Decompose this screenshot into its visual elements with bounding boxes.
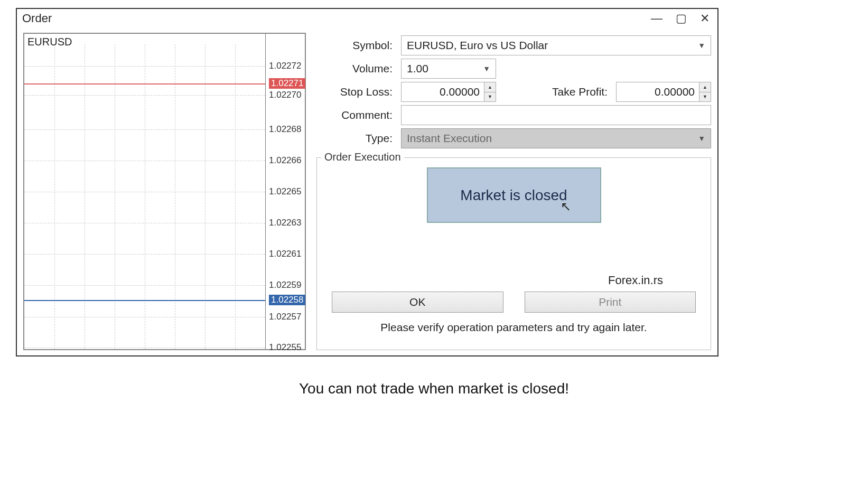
price-axis: 1.022721.022711.022701.022681.022661.022… — [266, 34, 305, 349]
print-label: Print — [599, 296, 621, 308]
type-value: Instant Execution — [407, 132, 492, 145]
axis-tick: 1.02268 — [269, 124, 301, 135]
chevron-down-icon: ▼ — [483, 64, 490, 73]
symbol-label: Symbol: — [316, 39, 396, 52]
axis-tick: 1.02257 — [269, 312, 301, 322]
order-form: Symbol: EURUSD, Euro vs US Dollar ▼ Volu… — [316, 33, 711, 350]
symbol-select[interactable]: EURUSD, Euro vs US Dollar ▼ — [401, 35, 711, 55]
axis-tick: 1.02259 — [269, 280, 301, 290]
titlebar-controls: — ▢ ✕ — [651, 12, 712, 25]
take-profit-spinner[interactable]: 0.00000 ▲ ▼ — [616, 82, 711, 102]
stop-loss-label: Stop Loss: — [316, 86, 396, 98]
axis-tick: 1.02261 — [269, 249, 301, 259]
axis-tick: 1.02272 — [269, 61, 301, 71]
axis-tick: 1.02255 — [269, 342, 301, 353]
take-profit-label: Take Profit: — [552, 86, 608, 98]
chart-pair-label: EURUSD — [27, 36, 72, 48]
volume-label: Volume: — [316, 62, 396, 75]
type-select: Instant Execution ▼ — [401, 128, 711, 148]
chevron-down-icon: ▼ — [698, 41, 705, 50]
ok-label: OK — [409, 296, 425, 308]
stop-loss-spinner[interactable]: 0.00000 ▲ ▼ — [401, 82, 496, 102]
chart-area: EURUSD — [24, 34, 266, 349]
spinner-arrows[interactable]: ▲ ▼ — [484, 82, 496, 101]
type-label: Type: — [316, 132, 396, 145]
volume-select[interactable]: 1.00 ▼ — [401, 59, 496, 79]
arrow-up-icon[interactable]: ▲ — [699, 82, 711, 92]
axis-tick: 1.02258 — [269, 295, 305, 305]
market-status-text: Market is closed — [460, 187, 567, 204]
window-body: EURUSD 1.022721.022711.022701.022681.022… — [17, 27, 717, 355]
axis-tick: 1.02266 — [269, 155, 301, 166]
ask-line — [24, 83, 265, 85]
comment-input[interactable] — [401, 105, 711, 125]
hint-text: Please verify operation parameters and t… — [332, 321, 696, 334]
caption: You can not trade when market is closed! — [0, 380, 868, 397]
axis-tick: 1.02263 — [269, 218, 301, 228]
chart-grid — [24, 34, 265, 349]
axis-tick: 1.02270 — [269, 90, 301, 100]
spinner-arrows[interactable]: ▲ ▼ — [699, 82, 711, 101]
stop-loss-value: 0.00000 — [402, 82, 484, 101]
volume-value: 1.00 — [407, 62, 428, 75]
cursor-icon: ↖ — [561, 199, 571, 214]
maximize-icon[interactable]: ▢ — [676, 12, 687, 25]
comment-label: Comment: — [316, 109, 396, 121]
execution-legend: Order Execution — [321, 151, 404, 163]
order-execution-group: Order Execution Market is closed ↖ Forex… — [316, 157, 711, 350]
arrow-up-icon[interactable]: ▲ — [484, 82, 496, 92]
ok-button[interactable]: OK — [332, 292, 503, 313]
arrow-down-icon[interactable]: ▼ — [484, 92, 496, 102]
bid-line — [24, 300, 265, 301]
close-icon[interactable]: ✕ — [700, 12, 710, 25]
chevron-down-icon: ▼ — [698, 134, 705, 143]
market-status-box: Market is closed ↖ — [427, 167, 601, 223]
axis-tick: 1.02271 — [269, 78, 305, 89]
tick-chart: EURUSD 1.022721.022711.022701.022681.022… — [23, 33, 306, 350]
take-profit-value: 0.00000 — [617, 82, 699, 101]
window-title: Order — [22, 12, 52, 25]
axis-tick: 1.02265 — [269, 186, 301, 197]
watermark: Forex.in.rs — [608, 274, 663, 287]
symbol-value: EURUSD, Euro vs US Dollar — [407, 39, 548, 52]
titlebar: Order — ▢ ✕ — [17, 9, 717, 27]
print-button[interactable]: Print — [525, 292, 696, 313]
minimize-icon[interactable]: — — [651, 12, 662, 25]
order-window: Order — ▢ ✕ EURUSD 1.022721.022711.02270… — [16, 8, 718, 356]
arrow-down-icon[interactable]: ▼ — [699, 92, 711, 102]
